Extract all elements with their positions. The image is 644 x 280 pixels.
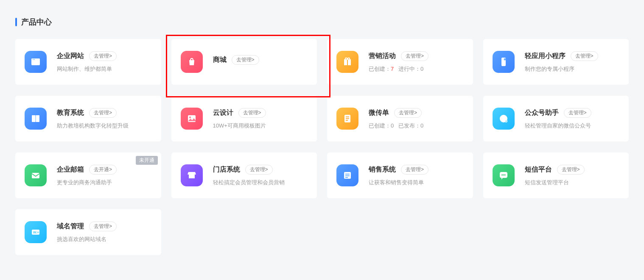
published-label: 已发布： [398,122,420,129]
card-title: 域名管理 [57,222,84,231]
browser-icon [25,51,47,73]
card-title-row: 门店系统去管理> [213,165,308,175]
manage-button[interactable]: 去管理> [89,51,117,61]
card-title-row: 微传单去管理> [369,108,464,118]
product-card-flyer[interactable]: 微传单去管理>已创建：0 已发布：0 [327,96,473,141]
card-desc: 轻松管理自家的微信公众号 [525,122,620,130]
card-title: 营销活动 [369,52,396,61]
card-title-row: 营销活动去管理> [369,51,464,61]
card-title-row: 企业邮箱去开通> [57,165,152,175]
product-card-store[interactable]: 门店系统去管理>轻松搞定会员管理和会员营销 [171,152,317,198]
image-icon [181,108,203,130]
card-content: 公众号助手去管理>轻松管理自家的微信公众号 [525,108,620,130]
manage-button[interactable]: 去管理> [89,222,117,231]
card-desc: 助力教培机构数字化转型升级 [57,122,152,130]
manage-button[interactable]: 去管理> [564,108,591,118]
svg-rect-33 [501,175,506,175]
section-title-bar [15,18,17,26]
card-desc: 更专业的商务沟通助手 [57,179,152,186]
product-card-mail[interactable]: 企业邮箱去开通>更专业的商务沟通助手未开通 [15,152,161,198]
created-label: 已创建： [369,66,391,72]
svg-rect-12 [36,115,39,122]
manage-button[interactable]: 去管理> [401,165,428,175]
product-card-domain[interactable]: W.=域名管理去管理>挑选喜欢的网站域名 [15,209,161,255]
wechat-icon [493,108,515,130]
card-content: 教育系统去管理>助力教培机构数字化转型升级 [57,108,152,130]
card-title-row: 企业网站去管理> [57,51,152,61]
svg-point-2 [33,59,34,60]
manage-button[interactable]: 去管理> [557,165,585,175]
enable-button[interactable]: 去开通> [89,165,117,175]
svg-point-8 [348,58,350,60]
manage-button[interactable]: 去管理> [245,165,273,175]
manage-button[interactable]: 去管理> [238,108,266,118]
card-desc: 制作您的专属小程序 [525,65,620,73]
published-count: 0 [420,122,423,129]
product-card-shop[interactable]: 商城去管理> [171,39,317,85]
manage-button[interactable]: 去管理> [89,108,117,118]
card-title-row: 商城去管理> [213,55,308,65]
page-icon [336,108,358,130]
card-content: 微传单去管理>已创建：0 已发布：0 [369,108,464,130]
product-card-miniapp[interactable]: 轻应用小程序去管理>制作您的专属小程序 [483,39,629,85]
card-title-row: 短信平台去管理> [525,165,620,175]
manage-button[interactable]: 去管理> [232,55,259,65]
card-content: 短信平台去管理>短信发送管理平台 [525,165,620,186]
card-desc: 让获客和销售变得简单 [369,179,464,186]
card-desc: 轻松搞定会员管理和会员营销 [213,179,308,186]
manage-button[interactable]: 去管理> [401,51,428,61]
product-card-edu[interactable]: 教育系统去管理>助力教培机构数字化转型升级 [15,96,161,141]
manage-button[interactable]: 去管理> [571,51,598,61]
svg-point-22 [505,121,507,122]
card-desc: 网站制作、维护都简单 [57,65,152,73]
svg-rect-11 [32,115,36,122]
card-title: 企业网站 [57,52,84,61]
section-title-text: 产品中心 [21,17,52,27]
product-card-design[interactable]: 云设计去管理>10W+可商用模板图片 [171,96,317,141]
product-card-sms[interactable]: 短信平台去管理>短信发送管理平台 [483,152,629,198]
manage-button[interactable]: 去管理> [394,108,422,118]
card-title: 商城 [213,55,227,64]
card-desc: 挑选喜欢的网站域名 [57,236,152,243]
card-title: 微传单 [369,108,389,117]
svg-rect-17 [346,116,349,117]
svg-rect-30 [345,175,350,176]
card-title-row: 销售系统去管理> [369,165,464,175]
product-grid: 企业网站去管理>网站制作、维护都简单商城去管理>营销活动去管理>已创建：7 进行… [15,39,629,255]
card-content: 云设计去管理>10W+可商用模板图片 [213,108,308,130]
product-card-site[interactable]: 企业网站去管理>网站制作、维护都简单 [15,39,161,85]
card-title-row: 教育系统去管理> [57,108,152,118]
card-title-row: 公众号助手去管理> [525,108,620,118]
chat-icon [493,164,515,186]
domain-icon: W.= [25,221,47,243]
section-title: 产品中心 [15,17,629,27]
card-title-row: 轻应用小程序去管理> [525,51,620,61]
created-label: 已创建： [369,122,391,129]
card-title: 教育系统 [57,108,84,117]
svg-rect-18 [346,118,349,119]
svg-point-7 [345,58,347,60]
book-icon [25,108,47,130]
card-title: 云设计 [213,108,233,117]
card-content: 商城去管理> [213,55,308,69]
card-content: 轻应用小程序去管理>制作您的专属小程序 [525,51,620,73]
svg-rect-31 [345,177,348,178]
product-card-wechat[interactable]: 公众号助手去管理>轻松管理自家的微信公众号 [483,96,629,141]
card-title: 公众号助手 [525,108,559,117]
card-title: 轻应用小程序 [525,52,566,61]
card-content: 企业网站去管理>网站制作、维护都简单 [57,51,152,73]
card-content: 域名管理去管理>挑选喜欢的网站域名 [57,222,152,243]
card-title-row: 云设计去管理> [213,108,308,118]
card-content: 销售系统去管理>让获客和销售变得简单 [369,165,464,186]
card-content: 门店系统去管理>轻松搞定会员管理和会员营销 [213,165,308,186]
card-desc: 短信发送管理平台 [525,179,620,186]
card-desc: 已创建：0 已发布：0 [369,122,464,130]
mail-icon [25,164,47,186]
product-card-sales[interactable]: 销售系统去管理>让获客和销售变得简单 [327,152,473,198]
product-card-marketing[interactable]: 营销活动去管理>已创建：7 进行中：0 [327,39,473,85]
card-desc: 已创建：7 进行中：0 [369,65,464,73]
bag-icon [181,51,203,73]
svg-rect-6 [347,59,348,65]
annotation-arrow [0,272,644,280]
svg-rect-19 [346,120,348,121]
